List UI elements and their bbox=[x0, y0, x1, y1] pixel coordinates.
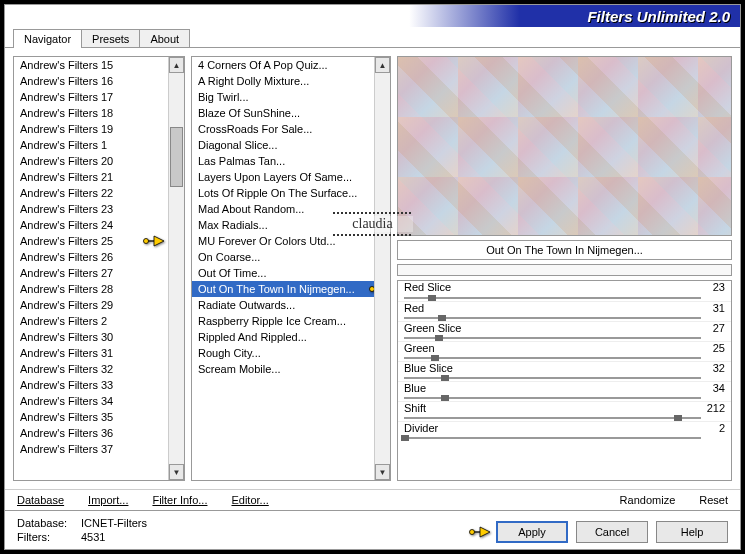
slider-red[interactable]: Red31 bbox=[398, 301, 731, 321]
slider-label: Red Slice bbox=[404, 281, 451, 293]
list-item[interactable]: Rough City... bbox=[192, 345, 374, 361]
list-item[interactable]: Andrew's Filters 36 bbox=[14, 425, 168, 441]
scrollbar[interactable]: ▲ ▼ bbox=[374, 57, 390, 480]
slider-value: 212 bbox=[707, 402, 725, 414]
slider-blue[interactable]: Blue34 bbox=[398, 381, 731, 401]
title-bar: Filters Unlimited 2.0 bbox=[5, 5, 740, 27]
list-item[interactable]: Andrew's Filters 37 bbox=[14, 441, 168, 457]
tab-strip: NavigatorPresetsAbout bbox=[5, 29, 740, 48]
list-item[interactable]: Andrew's Filters 27 bbox=[14, 265, 168, 281]
slider-label: Green bbox=[404, 342, 435, 354]
list-item[interactable]: Andrew's Filters 31 bbox=[14, 345, 168, 361]
list-item[interactable]: Andrew's Filters 1 bbox=[14, 137, 168, 153]
list-item[interactable]: Big Twirl... bbox=[192, 89, 374, 105]
scrollbar[interactable]: ▲ ▼ bbox=[168, 57, 184, 480]
list-item[interactable]: Andrew's Filters 2 bbox=[14, 313, 168, 329]
list-item[interactable]: Andrew's Filters 22 bbox=[14, 185, 168, 201]
list-item[interactable]: Andrew's Filters 24 bbox=[14, 217, 168, 233]
list-item[interactable]: CrossRoads For Sale... bbox=[192, 121, 374, 137]
list-item[interactable]: Lots Of Ripple On The Surface... bbox=[192, 185, 374, 201]
import-button[interactable]: Import... bbox=[88, 494, 128, 506]
list-item[interactable]: MU Forever Or Colors Utd... bbox=[192, 233, 374, 249]
pointer-icon bbox=[468, 523, 492, 541]
slider-value: 34 bbox=[713, 382, 725, 394]
list-item[interactable]: Diagonal Slice... bbox=[192, 137, 374, 153]
list-item[interactable]: Andrew's Filters 34 bbox=[14, 393, 168, 409]
list-item[interactable]: Andrew's Filters 30 bbox=[14, 329, 168, 345]
scroll-down-icon[interactable]: ▼ bbox=[169, 464, 184, 480]
slider-red-slice[interactable]: Red Slice23 bbox=[398, 281, 731, 301]
list-item[interactable]: Raspberry Ripple Ice Cream... bbox=[192, 313, 374, 329]
filter-list[interactable]: 4 Corners Of A Pop Quiz...A Right Dolly … bbox=[191, 56, 391, 481]
slider-value: 23 bbox=[713, 281, 725, 293]
list-item[interactable]: Andrew's Filters 18 bbox=[14, 105, 168, 121]
list-item[interactable]: Andrew's Filters 25 bbox=[14, 233, 168, 249]
list-item[interactable]: Andrew's Filters 16 bbox=[14, 73, 168, 89]
tab-presets[interactable]: Presets bbox=[81, 29, 140, 48]
list-item[interactable]: Andrew's Filters 26 bbox=[14, 249, 168, 265]
list-item[interactable]: Andrew's Filters 19 bbox=[14, 121, 168, 137]
list-item[interactable]: Andrew's Filters 28 bbox=[14, 281, 168, 297]
list-item[interactable]: Andrew's Filters 17 bbox=[14, 89, 168, 105]
tab-navigator[interactable]: Navigator bbox=[13, 29, 82, 48]
list-item[interactable]: Andrew's Filters 29 bbox=[14, 297, 168, 313]
slider-blue-slice[interactable]: Blue Slice32 bbox=[398, 361, 731, 381]
slider-value: 32 bbox=[713, 362, 725, 374]
svg-point-2 bbox=[470, 530, 475, 535]
app-title: Filters Unlimited 2.0 bbox=[587, 8, 730, 25]
list-item[interactable]: Layers Upon Layers Of Same... bbox=[192, 169, 374, 185]
list-item[interactable]: Out On The Town In Nijmegen... bbox=[192, 281, 374, 297]
slider-green[interactable]: Green25 bbox=[398, 341, 731, 361]
app-window: Filters Unlimited 2.0 NavigatorPresetsAb… bbox=[4, 4, 741, 550]
randomize-button[interactable]: Randomize bbox=[620, 494, 676, 506]
database-button[interactable]: Database bbox=[17, 494, 64, 506]
filter-info-button[interactable]: Filter Info... bbox=[152, 494, 207, 506]
filters-label: Filters: bbox=[17, 531, 77, 543]
footer-info: Database: ICNET-Filters Filters: 4531 bbox=[17, 517, 147, 543]
help-button[interactable]: Help bbox=[656, 521, 728, 543]
progress-bar bbox=[397, 264, 732, 276]
reset-button[interactable]: Reset bbox=[699, 494, 728, 506]
slider-thumb[interactable] bbox=[401, 435, 409, 441]
list-item[interactable]: Radiate Outwards... bbox=[192, 297, 374, 313]
list-item[interactable]: Andrew's Filters 15 bbox=[14, 57, 168, 73]
list-item[interactable]: Rippled And Rippled... bbox=[192, 329, 374, 345]
slider-shift[interactable]: Shift212 bbox=[398, 401, 731, 421]
list-item[interactable]: 4 Corners Of A Pop Quiz... bbox=[192, 57, 374, 73]
slider-label: Divider bbox=[404, 422, 438, 434]
tab-about[interactable]: About bbox=[139, 29, 190, 48]
slider-label: Shift bbox=[404, 402, 426, 414]
list-item[interactable]: Mad About Random... bbox=[192, 201, 374, 217]
list-item[interactable]: Out Of Time... bbox=[192, 265, 374, 281]
slider-label: Blue Slice bbox=[404, 362, 453, 374]
scroll-down-icon[interactable]: ▼ bbox=[375, 464, 390, 480]
category-list[interactable]: Andrew's Filters 15Andrew's Filters 16An… bbox=[13, 56, 185, 481]
list-item[interactable]: A Right Dolly Mixture... bbox=[192, 73, 374, 89]
list-item[interactable]: Andrew's Filters 33 bbox=[14, 377, 168, 393]
list-item[interactable]: Scream Mobile... bbox=[192, 361, 374, 377]
list-item[interactable]: Las Palmas Tan... bbox=[192, 153, 374, 169]
slider-divider[interactable]: Divider2 bbox=[398, 421, 731, 441]
list-item[interactable]: Andrew's Filters 20 bbox=[14, 153, 168, 169]
slider-label: Green Slice bbox=[404, 322, 461, 334]
scroll-up-icon[interactable]: ▲ bbox=[375, 57, 390, 73]
slider-green-slice[interactable]: Green Slice27 bbox=[398, 321, 731, 341]
pointer-icon bbox=[142, 232, 166, 250]
list-item[interactable]: Max Radials... bbox=[192, 217, 374, 233]
list-item[interactable]: Blaze Of SunShine... bbox=[192, 105, 374, 121]
scroll-up-icon[interactable]: ▲ bbox=[169, 57, 184, 73]
apply-button[interactable]: Apply bbox=[496, 521, 568, 543]
list-item[interactable]: Andrew's Filters 21 bbox=[14, 169, 168, 185]
list-item[interactable]: Andrew's Filters 35 bbox=[14, 409, 168, 425]
list-item[interactable]: Andrew's Filters 23 bbox=[14, 201, 168, 217]
slider-value: 27 bbox=[713, 322, 725, 334]
cancel-button[interactable]: Cancel bbox=[576, 521, 648, 543]
scroll-thumb[interactable] bbox=[170, 127, 183, 187]
list-item[interactable]: Andrew's Filters 32 bbox=[14, 361, 168, 377]
list-item[interactable]: On Coarse... bbox=[192, 249, 374, 265]
editor-button[interactable]: Editor... bbox=[231, 494, 268, 506]
slider-label: Blue bbox=[404, 382, 426, 394]
toolbar: Database Import... Filter Info... Editor… bbox=[5, 489, 740, 510]
footer: Database: ICNET-Filters Filters: 4531 Ap… bbox=[5, 510, 740, 549]
filter-name-label: Out On The Town In Nijmegen... bbox=[397, 240, 732, 260]
